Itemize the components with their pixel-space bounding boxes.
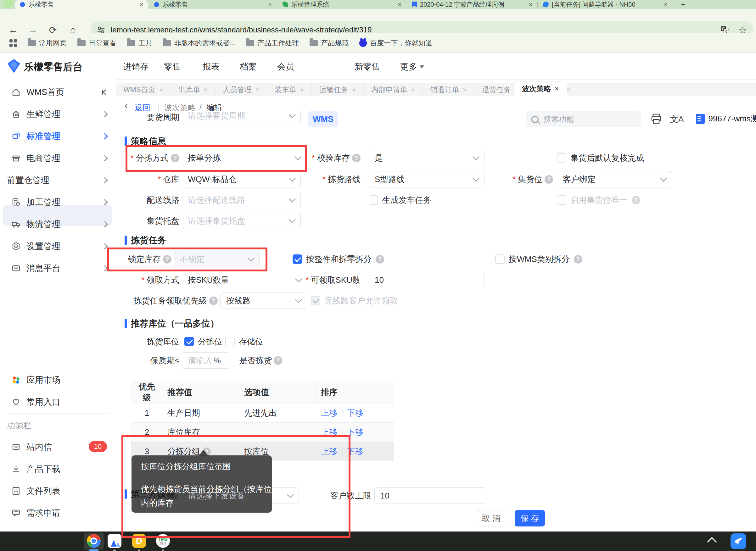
sidebar-item-product-download[interactable]: 产品下载 <box>0 458 116 480</box>
bookmark-folder[interactable]: 工具 <box>127 38 152 48</box>
bookmark-folder[interactable]: 常用网页 <box>28 38 67 48</box>
nav-item-more[interactable]: 更多 <box>400 61 424 72</box>
checkbox-checked-icon[interactable] <box>293 254 302 264</box>
checkbox-storage-location[interactable]: 存储位 <box>225 335 263 349</box>
tab-close-icon[interactable]: × <box>664 1 668 8</box>
move-up-link[interactable]: 上移 <box>321 408 337 418</box>
warehouse-select[interactable]: WQW-标品仓 <box>182 171 301 187</box>
checkbox-icon[interactable] <box>225 337 235 346</box>
browser-tab[interactable]: [当前任务] 问题导航器 - NH50 × <box>538 0 672 9</box>
workspace-tab[interactable]: 装车单× <box>267 83 312 96</box>
checkbox-icon[interactable] <box>557 195 566 205</box>
print-icon[interactable] <box>651 113 662 124</box>
checkbox-generate-truck-task[interactable]: 生成发车任务 <box>369 192 431 208</box>
close-icon[interactable]: × <box>463 86 466 93</box>
checkbox-checked-icon[interactable] <box>184 337 194 346</box>
nav-item-wms-active[interactable]: WMS <box>308 111 338 127</box>
sidebar-item-message-platform[interactable]: 消息平台 <box>0 257 116 279</box>
sidebar-item-ecommerce[interactable]: 电商管理 <box>0 147 116 169</box>
shelf-life-input[interactable] <box>187 356 214 366</box>
back-chevron-icon[interactable]: ‹ <box>124 100 128 111</box>
gather-pallet-select[interactable]: 请选择集货托盘 <box>182 212 301 229</box>
help-icon[interactable]: ? <box>274 356 282 365</box>
bookmark-folder[interactable]: 产品规范 <box>310 38 349 48</box>
checkbox-icon[interactable] <box>557 153 566 162</box>
bookmark-folder[interactable]: 非版本的需求或者... <box>163 38 235 48</box>
checkbox-wms-category-split[interactable]: 按WMS类别拆分? <box>495 251 582 267</box>
checkbox-split-case[interactable]: 按整件和拆零拆分? <box>293 251 384 267</box>
tab-close-icon[interactable]: × <box>528 1 532 8</box>
browser-tab[interactable]: 乐檬零售 × <box>15 0 148 9</box>
nav-item-archives[interactable]: 档案 <box>240 61 257 72</box>
browser-tab[interactable]: 乐檬管理系统 × <box>278 0 406 9</box>
sku-limit-input[interactable] <box>374 275 479 285</box>
checkbox-review-complete[interactable]: 集货后默认复核完成 <box>557 150 644 166</box>
help-icon[interactable]: ? <box>544 175 553 184</box>
dingtalk-icon[interactable] <box>731 533 746 549</box>
sidebar-item-settings[interactable]: 设置管理 <box>0 235 116 257</box>
workspace-tab-active[interactable]: 波次策略× <box>513 81 567 96</box>
sidebar-item-fresh[interactable]: 生鲜管理 <box>0 103 116 125</box>
collapse-sidebar-icon[interactable] <box>99 87 109 97</box>
workspace-tab[interactable]: 内部申请单× <box>364 83 423 96</box>
tab-close-icon[interactable]: × <box>268 1 272 8</box>
function-search[interactable] <box>526 111 642 127</box>
sidebar-item-processing[interactable]: 加工管理 <box>0 191 116 213</box>
tab-close-icon[interactable]: × <box>398 1 401 8</box>
close-icon[interactable]: × <box>554 85 559 93</box>
help-icon[interactable]: ? <box>376 255 384 263</box>
help-icon[interactable]: ? <box>574 255 582 263</box>
sidebar-item-request[interactable]: 需求申请 <box>0 502 116 524</box>
checkbox-icon[interactable] <box>495 254 505 264</box>
taskbar-app-a-icon[interactable] <box>108 534 121 548</box>
browser-tab[interactable]: 2020-04-12 宁波产品经理周例 × <box>408 0 537 9</box>
sidebar-item-logistics[interactable]: 物流管理 <box>0 213 116 235</box>
bookmark-folder[interactable]: 日常查看 <box>77 38 116 48</box>
new-tab-button[interactable]: + <box>676 0 690 9</box>
bookmark-folder[interactable]: 产品工作处理 <box>246 38 299 48</box>
browser-tab[interactable]: 乐檬零售 × <box>149 0 276 9</box>
close-icon[interactable]: × <box>352 86 356 93</box>
nav-item-inventory[interactable]: 进销存 <box>123 61 148 72</box>
tenant-switcher[interactable]: 99677-wms测 <box>696 113 756 124</box>
workspace-tab[interactable]: 销退订单× <box>422 83 474 96</box>
close-icon[interactable]: × <box>159 86 163 93</box>
close-icon[interactable]: × <box>300 86 304 93</box>
sidebar-item-standard[interactable]: 标准管理 <box>0 125 116 147</box>
sidebar-item-wms-home[interactable]: WMS首页 <box>0 81 116 103</box>
save-button[interactable]: 保 存 <box>515 510 545 526</box>
checkbox-sorting-location[interactable]: 分拣位 <box>184 335 223 349</box>
search-input[interactable] <box>543 114 636 124</box>
checkbox-no-route-claim[interactable]: 无线路客户允许领取 <box>311 293 398 309</box>
cancel-button[interactable]: 取 消 <box>476 510 506 526</box>
tab-close-icon[interactable]: × <box>140 1 143 8</box>
workspace-tab[interactable]: 人员管理× <box>216 83 268 96</box>
sidebar-item-file-list[interactable]: 文件列表 <box>0 480 116 502</box>
language-icon[interactable]: 文A <box>670 114 684 125</box>
checkbox-icon[interactable] <box>369 195 378 205</box>
site-settings-icon[interactable] <box>97 26 105 34</box>
sidebar-item-app-market[interactable]: 应用市场 <box>0 369 116 391</box>
claim-mode-select[interactable]: 按SKU数量 <box>182 272 307 288</box>
nav-item-members[interactable]: 会员 <box>277 61 294 72</box>
sidebar-item-front-warehouse[interactable]: 前置仓管理 <box>0 169 116 191</box>
help-icon[interactable]: ? <box>632 196 640 204</box>
close-icon[interactable]: × <box>256 86 260 93</box>
workspace-tab[interactable]: 运输任务× <box>312 83 364 96</box>
apps-grid-icon[interactable] <box>9 39 17 47</box>
workspace-tab[interactable]: WMS首页× <box>116 83 171 96</box>
customer-limit-input[interactable] <box>380 491 481 501</box>
sidebar-item-inbox[interactable]: 站内信 10 <box>0 436 116 458</box>
help-icon[interactable]: ? <box>209 297 218 305</box>
sidebar-item-favorites[interactable]: 常用入口 <box>0 391 116 413</box>
verify-stock-select[interactable]: 是 <box>369 150 484 166</box>
nav-item-new-retail[interactable]: 新零售 <box>355 61 380 72</box>
claim-priority-select[interactable]: 按线路 <box>220 293 307 309</box>
pick-route-select[interactable]: S型路线 <box>369 171 484 187</box>
chrome-icon[interactable] <box>87 534 101 548</box>
bookmark-baidu[interactable]: 百度一下，你就知道 <box>359 38 432 48</box>
nav-item-reports[interactable]: 报表 <box>203 61 220 72</box>
help-icon[interactable]: ? <box>352 154 361 162</box>
delivery-route-select[interactable]: 请选择配送线路 <box>182 192 301 208</box>
nav-item-retail[interactable]: 零售 <box>164 61 181 72</box>
